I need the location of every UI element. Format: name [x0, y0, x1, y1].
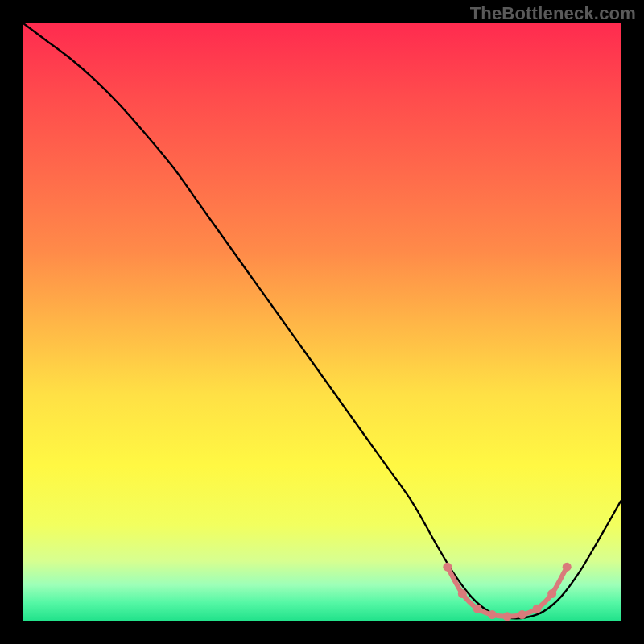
optimal-zone-marker	[547, 589, 556, 598]
gradient-background	[23, 23, 621, 621]
watermark-text: TheBottleneck.com	[470, 3, 636, 24]
optimal-zone-marker	[443, 563, 452, 572]
optimal-zone-marker	[533, 605, 542, 613]
plot-area	[23, 23, 621, 621]
optimal-zone-marker	[473, 605, 481, 613]
optimal-zone-marker	[503, 612, 512, 621]
optimal-zone-marker	[518, 610, 526, 619]
optimal-zone-marker	[488, 610, 497, 619]
bottleneck-chart	[23, 23, 621, 621]
optimal-zone-marker	[563, 563, 572, 572]
optimal-zone-marker	[458, 589, 467, 598]
chart-frame: TheBottleneck.com	[0, 0, 644, 644]
